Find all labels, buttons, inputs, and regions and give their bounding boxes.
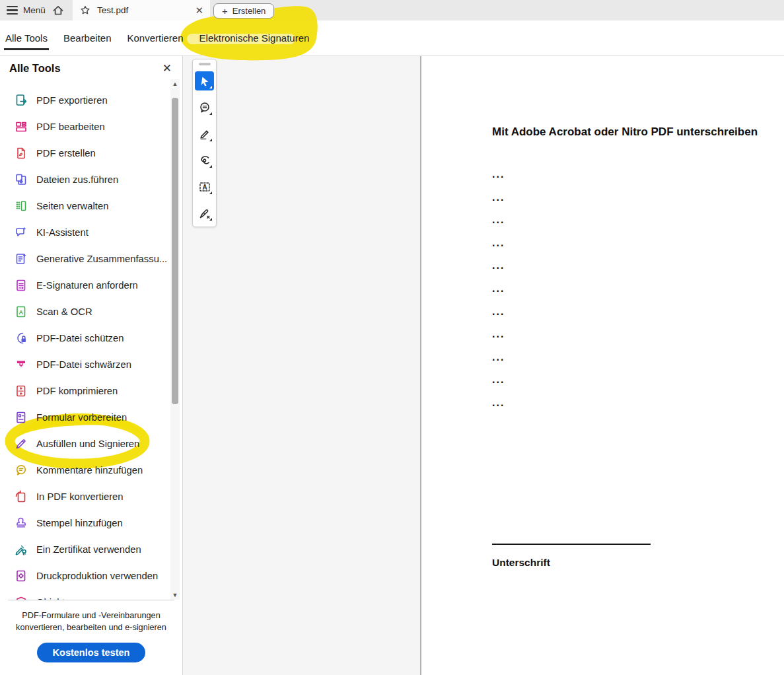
ellipsis-row: ... <box>492 283 505 295</box>
window-tab-bar: Menü Test.pdf ✕ + Erstellen <box>0 0 784 20</box>
sidebar-item-protect-pdf[interactable]: PDF-Datei schützen <box>0 325 170 351</box>
sidebar-item-label: PDF bearbeiten <box>36 122 105 132</box>
create-pdf-icon <box>15 147 28 160</box>
sidebar-item-edit-pdf[interactable]: PDF bearbeiten <box>0 114 170 140</box>
sidebar-item-compress-pdf[interactable]: PDF komprimieren <box>0 378 170 404</box>
fill-sign-tool-button[interactable] <box>195 203 214 223</box>
sidebar-item-label: In PDF konvertieren <box>36 491 124 502</box>
add-stamp-icon <box>15 516 28 530</box>
sidebar-item-label: KI-Assistent <box>36 227 89 238</box>
sidebar-item-label: E-Signaturen anfordern <box>36 280 138 291</box>
add-comments-icon <box>15 464 28 477</box>
sidebar-item-convert-to-pdf[interactable]: In PDF konvertieren <box>0 483 170 510</box>
fill-sign-icon <box>15 437 28 450</box>
sidebar-item-label: PDF-Datei schützen <box>36 333 124 343</box>
sidebar-title: Alle Tools <box>9 62 61 75</box>
sidebar-item-label: Ausfüllen und Signieren <box>36 439 139 449</box>
sidebar-item-request-esignatures[interactable]: E-Signaturen anfordern <box>0 272 170 299</box>
ellipsis-row: ... <box>492 374 505 386</box>
ellipsis-row: ... <box>492 168 505 180</box>
export-pdf-icon <box>15 94 28 107</box>
create-button-label: Erstellen <box>232 6 266 16</box>
add-text-tool-button[interactable]: A <box>195 177 214 196</box>
hamburger-icon <box>7 6 18 15</box>
sidebar-item-generative-summary[interactable]: Generative Zusammenfassu... <box>0 246 170 272</box>
sidebar-item-prepare-form[interactable]: Formular vorbereiten <box>0 404 170 431</box>
scan-ocr-icon: A <box>15 305 28 318</box>
sidebar-close-icon[interactable]: ✕ <box>162 63 172 74</box>
sidebar-tools-list: PDF exportierenPDF bearbeitenPDF erstell… <box>0 87 170 600</box>
request-esignatures-icon <box>15 279 28 292</box>
ellipsis-row: ... <box>492 214 505 226</box>
star-icon[interactable] <box>79 5 91 17</box>
sidebar-item-add-stamp[interactable]: Stempel hinzufügen <box>0 510 170 536</box>
ellipsis-row: ... <box>492 260 505 271</box>
free-trial-button[interactable]: Kostenlos testen <box>37 643 146 662</box>
sidebar-item-fill-sign[interactable]: Ausfüllen und Signieren <box>0 431 170 457</box>
sidebar-item-redact-pdf[interactable]: PDF-Datei schwärzen <box>0 351 170 378</box>
toolbar-drag-handle[interactable] <box>199 63 211 65</box>
home-button[interactable] <box>46 0 70 20</box>
pdf-page: Mit Adobe Acrobat oder Nitro PDF untersc… <box>420 56 784 675</box>
comment-tool-icon <box>198 101 211 114</box>
document-heading: Mit Adobe Acrobat oder Nitro PDF untersc… <box>492 125 758 139</box>
draw-tool-button[interactable] <box>195 151 214 170</box>
fill-sign-tool-icon <box>198 207 211 220</box>
protect-pdf-icon <box>15 332 28 345</box>
highlight-tool-icon <box>198 127 211 141</box>
quick-tools-toolbar: A <box>192 59 217 227</box>
sidebar-item-create-pdf[interactable]: PDF erstellen <box>0 140 170 166</box>
sidebar-item-label: PDF erstellen <box>36 148 96 159</box>
sidebar-item-label: Generative Zusammenfassu... <box>36 254 167 264</box>
select-tool-button[interactable] <box>195 71 214 90</box>
sidebar-item-scan-ocr[interactable]: AScan & OCR <box>0 299 170 325</box>
print-production-icon <box>15 569 28 583</box>
generative-summary-icon <box>15 252 28 266</box>
scroll-up-icon[interactable]: ▲ <box>170 79 180 89</box>
sidebar-item-label: Ein Zertifikat verwenden <box>36 544 141 555</box>
compress-pdf-icon <box>15 384 28 398</box>
ribbon-tab-bearbeiten[interactable]: Bearbeiten <box>62 20 113 55</box>
ellipsis-row: ... <box>492 237 505 249</box>
sidebar-item-use-certificate[interactable]: Ein Zertifikat verwenden <box>0 536 170 563</box>
highlight-tool-button[interactable] <box>195 124 214 143</box>
ribbon-tab-elektronische-signaturen[interactable]: Elektronische Signaturen <box>198 20 311 55</box>
ribbon-tab-konvertieren[interactable]: Konvertieren <box>126 20 185 55</box>
scroll-down-icon[interactable]: ▼ <box>170 590 180 600</box>
sidebar-scrollbar[interactable]: ▲ ▼ <box>170 79 180 600</box>
redact-pdf-icon <box>15 358 28 371</box>
select-tool-icon <box>198 75 211 88</box>
create-button[interactable]: + Erstellen <box>213 3 274 18</box>
menu-button[interactable]: Menü <box>0 0 52 20</box>
organize-pages-icon <box>15 199 28 213</box>
sidebar-item-export-pdf[interactable]: PDF exportieren <box>0 87 170 114</box>
sidebar-item-label: Kommentare hinzufügen <box>36 465 143 476</box>
sidebar-item-label: Seiten verwalten <box>36 201 108 211</box>
home-icon <box>52 4 65 17</box>
ribbon-tab-alle-tools[interactable]: Alle Tools <box>4 20 49 55</box>
svg-text:A: A <box>19 309 24 316</box>
ellipsis-row: ... <box>492 397 505 409</box>
sidebar-footer-text: PDF-Formulare und -Vereinbarungen konver… <box>8 610 174 634</box>
ellipsis-row: ... <box>492 192 505 203</box>
signature-line <box>492 544 651 545</box>
sidebar-item-measure-objects[interactable]: Objekte messen <box>0 589 170 600</box>
document-tab[interactable]: Test.pdf ✕ <box>73 0 210 20</box>
sidebar-item-ai-assistant[interactable]: KI-Assistent <box>0 219 170 246</box>
draw-tool-icon <box>198 154 211 167</box>
scrollbar-thumb[interactable] <box>172 98 178 404</box>
sidebar-item-add-comments[interactable]: Kommentare hinzufügen <box>0 457 170 483</box>
svg-text:A: A <box>202 183 207 190</box>
tab-close-icon[interactable]: ✕ <box>195 5 203 15</box>
sidebar-item-label: PDF exportieren <box>36 95 108 106</box>
toolbar-tabs: Alle ToolsBearbeitenKonvertierenElektron… <box>0 20 784 55</box>
sidebar-item-print-production[interactable]: Druckproduktion verwenden <box>0 563 170 589</box>
comment-tool-button[interactable] <box>195 98 214 117</box>
combine-files-icon <box>15 173 28 186</box>
ellipsis-row: ... <box>492 351 505 363</box>
ellipsis-row: ... <box>492 306 505 318</box>
sidebar-item-organize-pages[interactable]: Seiten verwalten <box>0 193 170 219</box>
ellipsis-row: ... <box>492 328 505 340</box>
plus-icon: + <box>222 6 228 16</box>
sidebar-item-combine-files[interactable]: Dateien zus.führen <box>0 166 170 193</box>
